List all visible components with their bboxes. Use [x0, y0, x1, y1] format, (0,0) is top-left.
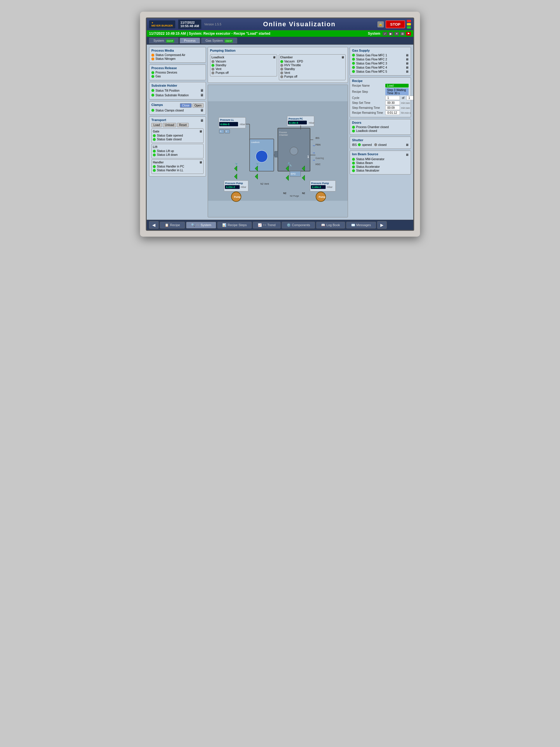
ll-standby-label: Standby [216, 63, 226, 67]
transport-reset-button[interactable]: Reset [177, 123, 189, 127]
recipe-tab-label: Recipe [170, 223, 180, 227]
mfc4-row: Status Gas Flow MFC 4 🖥 [352, 66, 409, 69]
handler-ll-label: Status Handler in LL [157, 169, 183, 172]
chamber-group: Chamber 🖥 Vacuum EPD [279, 53, 346, 81]
svg-text:V: V [225, 130, 227, 133]
system-diagram: Pressure LL 4.66e-5 mbar A V Loadlock [208, 85, 348, 217]
tilt-label: Status Tilt Position [156, 89, 179, 92]
mfc3-row: Status Gas Flow MFC 3 🖥 [352, 61, 409, 65]
bottom-tab-recipe-steps[interactable]: 📊 Recipe Steps [217, 222, 251, 229]
bottom-tab-system[interactable]: 🔍 F2 System [186, 222, 216, 229]
gate-icon: 🖥 [199, 130, 202, 133]
transport-unload-button[interactable]: Unload [163, 123, 176, 127]
header-bar: ✦ MEYER BURGER 11/7/2022 10:55:48 AM Ver… [147, 18, 413, 30]
mfc4-label: Status Gas Flow MFC 4 [356, 66, 387, 69]
neutralizer-label: Status Neutralizer [356, 169, 379, 172]
status-lights [407, 20, 411, 29]
ll-vent-row: Vent [211, 68, 276, 71]
compressed-air-label: Status Compressed Air [156, 53, 185, 57]
trend-tab-icon: 📈 [258, 223, 262, 227]
bottom-tab-logbook[interactable]: 📖 Log Book [316, 222, 345, 229]
tilt-row: Status Tilt Position 🖥 [151, 88, 204, 93]
svg-text:8.18e-8: 8.18e-8 [289, 121, 298, 124]
nitrogen-label: Status Nitrogen [156, 57, 176, 60]
neutralizer-row: Status Neutralizer [352, 169, 409, 172]
transport-panel: Transport 🖥 Load Unload Reset Gate 🖥 [149, 117, 206, 177]
bottom-tab-recipe[interactable]: 📋 Recipe [160, 222, 185, 229]
accelerator-row: Status Accelerator [352, 165, 409, 169]
ch-hvv-label: HVV Throttle [284, 63, 301, 67]
shutter-opened-label: opened [362, 143, 372, 147]
ch-hvv-row: HVV Throttle [280, 63, 344, 67]
recipe-cycle-label: Cycle [352, 96, 384, 100]
recipe-steps-tab-label: Recipe Steps [228, 223, 246, 227]
monitor: ✦ MEYER BURGER 11/7/2022 10:55:48 AM Ver… [140, 12, 420, 237]
tab-process[interactable]: Process [180, 37, 200, 44]
ch-standby-label: Standby [284, 68, 295, 71]
svg-text:Pump: Pump [319, 196, 325, 199]
transport-load-button[interactable]: Load [151, 123, 162, 127]
tabs-bar: System Ctrl+F Process Gas System Ctrl+F [147, 37, 413, 45]
svg-text:2.44e-2: 2.44e-2 [312, 186, 321, 188]
bottom-tab-messages[interactable]: ✉️ Messages [346, 222, 376, 229]
ch-standby-dot [280, 68, 283, 71]
handler-group: Handler 🖥 Status Handler in PC Status Ha… [151, 159, 204, 174]
play-icon[interactable]: ▶ [389, 32, 393, 35]
svg-text:mbar: mbar [327, 186, 332, 188]
transport-title: Transport [151, 118, 166, 122]
x-icon[interactable]: ✕ [394, 32, 399, 35]
recipe-set-time-label: Step Set Time [352, 101, 384, 104]
clamps-status-dot [151, 109, 154, 112]
substrate-holder-panel: Substrate Holder Status Tilt Position 🖥 … [149, 82, 206, 100]
svg-text:PBN: PBN [315, 143, 321, 146]
check-icon[interactable]: ✓ [383, 32, 387, 35]
recipe-panel: Recipe Recipe Name Load Recipe Step Step… [350, 77, 411, 117]
clamps-open-button[interactable]: Open [192, 103, 204, 108]
trend-tab-label: Trend [267, 223, 275, 227]
bottom-bar: ◀ 📋 Recipe 🔍 F2 System 📊 Recipe Steps 📈 … [147, 220, 413, 230]
accelerator-label: Status Accelerator [356, 165, 380, 169]
nav-arrow-right[interactable]: ▶ [377, 221, 387, 229]
svg-point-16 [290, 147, 298, 155]
svg-text:4.22e-2: 4.22e-2 [226, 186, 235, 188]
stop-button[interactable]: STOP [385, 20, 405, 28]
flag-icon[interactable]: ⚑ [406, 32, 411, 35]
nitrogen-row: Status Nitrogen [151, 57, 204, 60]
beam-label: Status Beam [356, 161, 373, 164]
ch-vent-label: Vent [284, 71, 290, 74]
clamps-close-button[interactable]: Close [180, 103, 192, 108]
handler-icon: 🖥 [199, 161, 202, 164]
grid-icon[interactable]: ⊞ [400, 32, 405, 35]
doors-panel: Doors Process Chamber closed Loadlock cl… [350, 119, 411, 135]
ch-hvv-dot [280, 64, 283, 67]
handler-ll-row: Status Handler in LL [153, 169, 202, 172]
svg-text:mbar: mbar [240, 123, 245, 126]
loadlock-door-dot [352, 130, 355, 132]
gate-opened-dot [153, 134, 156, 137]
logo: ✦ MEYER BURGER [149, 20, 175, 28]
tab-gas[interactable]: Gas System Ctrl+F [201, 37, 237, 44]
recipe-step-value: Step 3 Waiting Time 30 s [385, 88, 409, 95]
mfc1-row: Status Gas Flow MFC 1 🖥 [352, 53, 409, 57]
tab-system[interactable]: System Ctrl+F [149, 37, 179, 44]
ch-vent-row: Vent [280, 71, 344, 74]
bottom-tab-components[interactable]: ⚙️ Components [282, 222, 315, 229]
ll-vent-dot [211, 68, 214, 71]
svg-text:Pressure Pump: Pressure Pump [225, 182, 243, 185]
gate-opened-label: Status Gate opened [157, 134, 183, 137]
loadlock-chamber-area: Loadlock 🖥 Vacuum Standby [210, 53, 346, 81]
svg-text:⇒: ⇒ [313, 144, 315, 147]
svg-text:mbar: mbar [241, 186, 246, 188]
gate-opened-row: Status Gate opened [153, 134, 202, 137]
light-yellow [407, 23, 411, 25]
gate-closed-row: Status Gate closed [153, 138, 202, 141]
middle-column: Pumping Station Loadlock 🖥 [208, 47, 348, 217]
recipe-cycle-total: 1 [406, 96, 414, 100]
left-column: Process Media Status Compressed Air Stat… [149, 47, 206, 217]
components-tab-label: Components [292, 223, 310, 227]
svg-text:⇒: ⇒ [313, 159, 315, 162]
chamber-subgroup: Chamber 🖥 Vacuum EPD [279, 54, 346, 80]
bottom-tab-trend[interactable]: 📈 F4 Trend [253, 222, 281, 229]
recipe-recipe-remaining-label: Recipe Remaining Time [352, 111, 384, 114]
nav-arrow-left[interactable]: ◀ [149, 221, 159, 229]
